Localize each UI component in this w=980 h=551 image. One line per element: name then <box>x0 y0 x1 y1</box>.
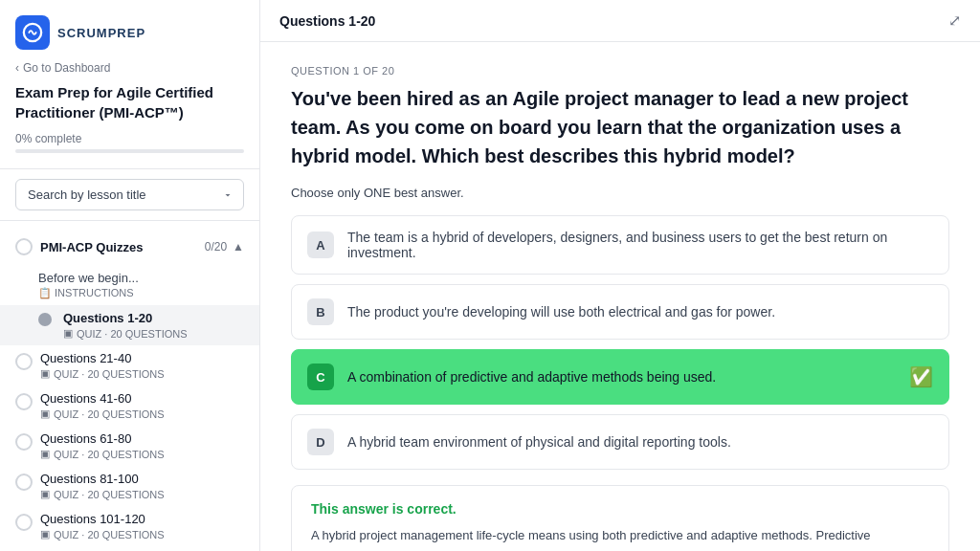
lesson-meta: ▣QUIZ · 20 QUESTIONS <box>40 488 165 500</box>
progress-label: 0% complete <box>15 132 244 145</box>
answer-letter-b: B <box>307 298 334 325</box>
question-text: You've been hired as an Agile project ma… <box>291 84 949 170</box>
section-count: 0/20 <box>205 240 227 253</box>
answer-option-d[interactable]: D A hybrid team environment of physical … <box>291 414 949 470</box>
answer-option-c[interactable]: C A combination of predictive and adapti… <box>291 349 949 405</box>
expand-icon[interactable]: ⤢ <box>948 11 961 30</box>
circle-icon <box>15 474 33 491</box>
chevron-up-icon: ▲ <box>233 240 244 253</box>
lesson-name: Before we begin... <box>38 271 244 285</box>
main-content: Questions 1-20 ⤢ QUESTION 1 OF 20 You've… <box>260 0 980 551</box>
logo-text: SCRUMPREP <box>57 26 145 40</box>
answer-option-b[interactable]: B The product you're developing will use… <box>291 284 949 340</box>
main-topbar: Questions 1-20 ⤢ <box>260 0 980 42</box>
lesson-meta: 📋 INSTRUCTIONS <box>38 287 244 299</box>
answer-text-a: The team is a hybrid of developers, desi… <box>347 230 933 260</box>
list-item[interactable]: Questions 21-40 ▣QUIZ · 20 QUESTIONS <box>0 345 259 386</box>
section-header-right: 0/20 ▲ <box>205 240 244 253</box>
answer-text-c: A combination of predictive and adaptive… <box>347 369 896 385</box>
course-title: Exam Prep for Agile Certified Practition… <box>15 82 244 122</box>
list-item[interactable]: Questions 41-60 ▣QUIZ · 20 QUESTIONS <box>0 386 259 426</box>
sidebar-content: PMI-ACP Quizzes 0/20 ▲ Before we begin..… <box>0 221 259 551</box>
lesson-name: Questions 1-20 <box>63 311 188 325</box>
instruction-text: Choose only ONE best answer. <box>291 186 949 200</box>
lesson-search-select[interactable]: Search by lesson title <box>15 179 244 210</box>
feedback-box: This answer is correct. A hybrid project… <box>291 485 949 551</box>
answer-letter-a: A <box>307 231 334 258</box>
question-label: QUESTION 1 OF 20 <box>291 65 949 77</box>
answer-text-d: A hybrid team environment of physical an… <box>347 434 933 450</box>
lesson-name: Questions 61-80 <box>40 431 165 446</box>
lesson-meta: ▣QUIZ · 20 QUESTIONS <box>63 327 188 340</box>
correct-check-icon: ✅ <box>909 365 933 388</box>
lesson-meta: ▣QUIZ · 20 QUESTIONS <box>40 367 165 380</box>
logo-icon <box>15 15 50 50</box>
answer-letter-d: D <box>307 429 334 455</box>
main-body: QUESTION 1 OF 20 You've been hired as an… <box>260 42 980 551</box>
lesson-meta: ▣QUIZ · 20 QUESTIONS <box>40 528 165 540</box>
active-dot-icon <box>38 313 52 326</box>
section-title: PMI-ACP Quizzes <box>40 240 143 254</box>
back-link[interactable]: ‹ Go to Dashboard <box>15 61 244 75</box>
progress-section: 0% complete <box>15 132 244 153</box>
circle-icon <box>15 393 33 410</box>
sidebar-header: SCRUMPREP ‹ Go to Dashboard Exam Prep fo… <box>0 0 259 169</box>
lesson-name: Questions 21-40 <box>40 351 165 365</box>
section-circle-icon <box>15 238 33 255</box>
sidebar: SCRUMPREP ‹ Go to Dashboard Exam Prep fo… <box>0 0 260 551</box>
lesson-name: Questions 101-120 <box>40 512 165 526</box>
answer-letter-c: C <box>307 364 334 390</box>
feedback-correct-label: This answer is correct. <box>311 501 929 517</box>
chevron-left-icon: ‹ <box>15 61 19 75</box>
section-header-left: PMI-ACP Quizzes <box>15 238 143 255</box>
answer-text-b: The product you're developing will use b… <box>347 304 933 320</box>
circle-icon <box>15 353 33 370</box>
list-item[interactable]: Questions 101-120 ▣QUIZ · 20 QUESTIONS <box>0 506 259 546</box>
lesson-meta: ▣QUIZ · 20 QUESTIONS <box>40 448 165 460</box>
feedback-text: A hybrid project management life-cycle m… <box>311 526 929 551</box>
answer-option-a[interactable]: A The team is a hybrid of developers, de… <box>291 215 949 275</box>
list-item[interactable]: Before we begin... 📋 INSTRUCTIONS <box>0 265 259 305</box>
circle-icon <box>15 433 33 451</box>
logo-area: SCRUMPREP <box>15 15 244 50</box>
section-header[interactable]: PMI-ACP Quizzes 0/20 ▲ <box>0 229 259 265</box>
lesson-name: Questions 81-100 <box>40 472 165 486</box>
lesson-name: Questions 41-60 <box>40 391 165 406</box>
progress-bar-bg <box>15 149 244 153</box>
lesson-meta: ▣QUIZ · 20 QUESTIONS <box>40 408 165 420</box>
list-item[interactable]: Questions 61-80 ▣QUIZ · 20 QUESTIONS <box>0 426 259 466</box>
main-topbar-title: Questions 1-20 <box>279 13 375 29</box>
list-item[interactable]: Questions 1-20 ▣QUIZ · 20 QUESTIONS <box>0 305 259 345</box>
search-box: Search by lesson title <box>0 169 259 221</box>
circle-icon <box>15 514 33 531</box>
list-item[interactable]: Questions 81-100 ▣QUIZ · 20 QUESTIONS <box>0 466 259 506</box>
